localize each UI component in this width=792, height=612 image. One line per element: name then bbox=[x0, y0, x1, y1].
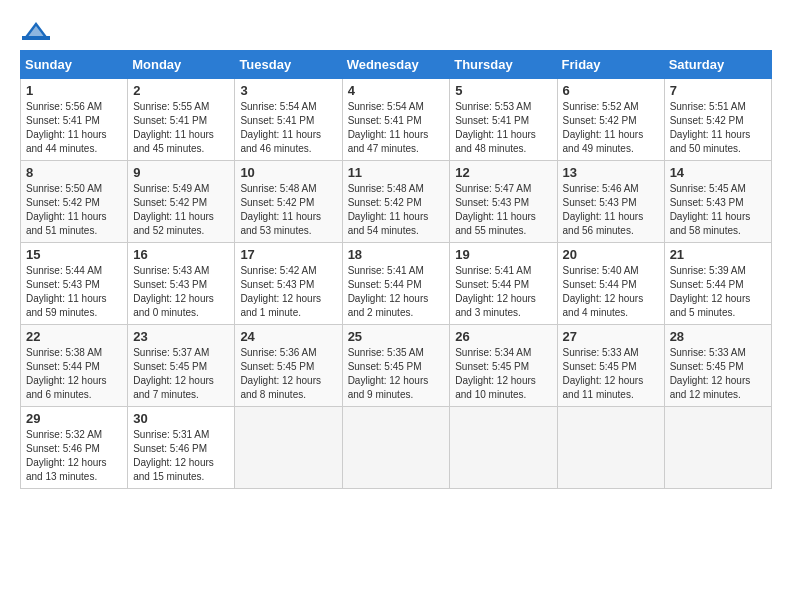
day-info: Sunrise: 5:49 AMSunset: 5:42 PMDaylight:… bbox=[133, 182, 229, 238]
day-info: Sunrise: 5:41 AMSunset: 5:44 PMDaylight:… bbox=[455, 264, 551, 320]
day-info: Sunrise: 5:44 AMSunset: 5:43 PMDaylight:… bbox=[26, 264, 122, 320]
day-number: 26 bbox=[455, 329, 551, 344]
day-info: Sunrise: 5:37 AMSunset: 5:45 PMDaylight:… bbox=[133, 346, 229, 402]
day-info: Sunrise: 5:56 AMSunset: 5:41 PMDaylight:… bbox=[26, 100, 122, 156]
day-number: 15 bbox=[26, 247, 122, 262]
calendar-cell: 16Sunrise: 5:43 AMSunset: 5:43 PMDayligh… bbox=[128, 243, 235, 325]
day-number: 16 bbox=[133, 247, 229, 262]
calendar-cell: 26Sunrise: 5:34 AMSunset: 5:45 PMDayligh… bbox=[450, 325, 557, 407]
day-number: 20 bbox=[563, 247, 659, 262]
calendar-cell: 8Sunrise: 5:50 AMSunset: 5:42 PMDaylight… bbox=[21, 161, 128, 243]
calendar-week-row: 8Sunrise: 5:50 AMSunset: 5:42 PMDaylight… bbox=[21, 161, 772, 243]
day-info: Sunrise: 5:54 AMSunset: 5:41 PMDaylight:… bbox=[348, 100, 445, 156]
day-number: 21 bbox=[670, 247, 766, 262]
calendar-cell: 15Sunrise: 5:44 AMSunset: 5:43 PMDayligh… bbox=[21, 243, 128, 325]
calendar-cell: 24Sunrise: 5:36 AMSunset: 5:45 PMDayligh… bbox=[235, 325, 342, 407]
calendar-header-thursday: Thursday bbox=[450, 51, 557, 79]
day-info: Sunrise: 5:38 AMSunset: 5:44 PMDaylight:… bbox=[26, 346, 122, 402]
calendar-cell bbox=[235, 407, 342, 489]
calendar-cell: 20Sunrise: 5:40 AMSunset: 5:44 PMDayligh… bbox=[557, 243, 664, 325]
day-number: 29 bbox=[26, 411, 122, 426]
day-info: Sunrise: 5:33 AMSunset: 5:45 PMDaylight:… bbox=[670, 346, 766, 402]
day-info: Sunrise: 5:40 AMSunset: 5:44 PMDaylight:… bbox=[563, 264, 659, 320]
logo bbox=[20, 20, 50, 42]
calendar-cell: 11Sunrise: 5:48 AMSunset: 5:42 PMDayligh… bbox=[342, 161, 450, 243]
day-number: 30 bbox=[133, 411, 229, 426]
day-info: Sunrise: 5:33 AMSunset: 5:45 PMDaylight:… bbox=[563, 346, 659, 402]
day-info: Sunrise: 5:46 AMSunset: 5:43 PMDaylight:… bbox=[563, 182, 659, 238]
calendar-header-sunday: Sunday bbox=[21, 51, 128, 79]
calendar-header-row: SundayMondayTuesdayWednesdayThursdayFrid… bbox=[21, 51, 772, 79]
day-info: Sunrise: 5:54 AMSunset: 5:41 PMDaylight:… bbox=[240, 100, 336, 156]
day-info: Sunrise: 5:31 AMSunset: 5:46 PMDaylight:… bbox=[133, 428, 229, 484]
calendar-cell: 28Sunrise: 5:33 AMSunset: 5:45 PMDayligh… bbox=[664, 325, 771, 407]
day-number: 5 bbox=[455, 83, 551, 98]
calendar-cell: 29Sunrise: 5:32 AMSunset: 5:46 PMDayligh… bbox=[21, 407, 128, 489]
day-info: Sunrise: 5:32 AMSunset: 5:46 PMDaylight:… bbox=[26, 428, 122, 484]
calendar-cell: 19Sunrise: 5:41 AMSunset: 5:44 PMDayligh… bbox=[450, 243, 557, 325]
svg-rect-2 bbox=[22, 36, 50, 40]
calendar-header-tuesday: Tuesday bbox=[235, 51, 342, 79]
calendar-week-row: 22Sunrise: 5:38 AMSunset: 5:44 PMDayligh… bbox=[21, 325, 772, 407]
day-number: 11 bbox=[348, 165, 445, 180]
day-number: 3 bbox=[240, 83, 336, 98]
day-info: Sunrise: 5:35 AMSunset: 5:45 PMDaylight:… bbox=[348, 346, 445, 402]
day-number: 14 bbox=[670, 165, 766, 180]
day-info: Sunrise: 5:39 AMSunset: 5:44 PMDaylight:… bbox=[670, 264, 766, 320]
calendar-table: SundayMondayTuesdayWednesdayThursdayFrid… bbox=[20, 50, 772, 489]
day-info: Sunrise: 5:34 AMSunset: 5:45 PMDaylight:… bbox=[455, 346, 551, 402]
day-info: Sunrise: 5:36 AMSunset: 5:45 PMDaylight:… bbox=[240, 346, 336, 402]
calendar-cell: 14Sunrise: 5:45 AMSunset: 5:43 PMDayligh… bbox=[664, 161, 771, 243]
calendar-cell: 13Sunrise: 5:46 AMSunset: 5:43 PMDayligh… bbox=[557, 161, 664, 243]
day-number: 25 bbox=[348, 329, 445, 344]
day-number: 22 bbox=[26, 329, 122, 344]
day-number: 23 bbox=[133, 329, 229, 344]
day-info: Sunrise: 5:45 AMSunset: 5:43 PMDaylight:… bbox=[670, 182, 766, 238]
calendar-cell: 21Sunrise: 5:39 AMSunset: 5:44 PMDayligh… bbox=[664, 243, 771, 325]
day-number: 4 bbox=[348, 83, 445, 98]
day-number: 6 bbox=[563, 83, 659, 98]
day-info: Sunrise: 5:47 AMSunset: 5:43 PMDaylight:… bbox=[455, 182, 551, 238]
calendar-week-row: 15Sunrise: 5:44 AMSunset: 5:43 PMDayligh… bbox=[21, 243, 772, 325]
day-info: Sunrise: 5:50 AMSunset: 5:42 PMDaylight:… bbox=[26, 182, 122, 238]
calendar-cell: 23Sunrise: 5:37 AMSunset: 5:45 PMDayligh… bbox=[128, 325, 235, 407]
calendar-header-friday: Friday bbox=[557, 51, 664, 79]
day-number: 7 bbox=[670, 83, 766, 98]
calendar-cell: 18Sunrise: 5:41 AMSunset: 5:44 PMDayligh… bbox=[342, 243, 450, 325]
day-number: 8 bbox=[26, 165, 122, 180]
day-info: Sunrise: 5:48 AMSunset: 5:42 PMDaylight:… bbox=[348, 182, 445, 238]
calendar-cell: 30Sunrise: 5:31 AMSunset: 5:46 PMDayligh… bbox=[128, 407, 235, 489]
day-number: 9 bbox=[133, 165, 229, 180]
day-info: Sunrise: 5:55 AMSunset: 5:41 PMDaylight:… bbox=[133, 100, 229, 156]
day-number: 10 bbox=[240, 165, 336, 180]
day-info: Sunrise: 5:42 AMSunset: 5:43 PMDaylight:… bbox=[240, 264, 336, 320]
calendar-cell: 7Sunrise: 5:51 AMSunset: 5:42 PMDaylight… bbox=[664, 79, 771, 161]
calendar-cell: 3Sunrise: 5:54 AMSunset: 5:41 PMDaylight… bbox=[235, 79, 342, 161]
day-number: 13 bbox=[563, 165, 659, 180]
day-info: Sunrise: 5:41 AMSunset: 5:44 PMDaylight:… bbox=[348, 264, 445, 320]
calendar-cell bbox=[557, 407, 664, 489]
calendar-cell: 27Sunrise: 5:33 AMSunset: 5:45 PMDayligh… bbox=[557, 325, 664, 407]
calendar-header-wednesday: Wednesday bbox=[342, 51, 450, 79]
calendar-cell: 17Sunrise: 5:42 AMSunset: 5:43 PMDayligh… bbox=[235, 243, 342, 325]
day-info: Sunrise: 5:48 AMSunset: 5:42 PMDaylight:… bbox=[240, 182, 336, 238]
day-number: 28 bbox=[670, 329, 766, 344]
day-number: 2 bbox=[133, 83, 229, 98]
day-number: 1 bbox=[26, 83, 122, 98]
day-number: 18 bbox=[348, 247, 445, 262]
logo-icon bbox=[22, 20, 50, 42]
calendar-cell: 22Sunrise: 5:38 AMSunset: 5:44 PMDayligh… bbox=[21, 325, 128, 407]
calendar-cell: 4Sunrise: 5:54 AMSunset: 5:41 PMDaylight… bbox=[342, 79, 450, 161]
calendar-cell bbox=[450, 407, 557, 489]
calendar-week-row: 1Sunrise: 5:56 AMSunset: 5:41 PMDaylight… bbox=[21, 79, 772, 161]
day-info: Sunrise: 5:43 AMSunset: 5:43 PMDaylight:… bbox=[133, 264, 229, 320]
calendar-cell: 10Sunrise: 5:48 AMSunset: 5:42 PMDayligh… bbox=[235, 161, 342, 243]
calendar-cell: 12Sunrise: 5:47 AMSunset: 5:43 PMDayligh… bbox=[450, 161, 557, 243]
calendar-cell: 1Sunrise: 5:56 AMSunset: 5:41 PMDaylight… bbox=[21, 79, 128, 161]
day-info: Sunrise: 5:51 AMSunset: 5:42 PMDaylight:… bbox=[670, 100, 766, 156]
calendar-header-saturday: Saturday bbox=[664, 51, 771, 79]
calendar-cell bbox=[664, 407, 771, 489]
day-number: 24 bbox=[240, 329, 336, 344]
day-info: Sunrise: 5:52 AMSunset: 5:42 PMDaylight:… bbox=[563, 100, 659, 156]
calendar-cell: 2Sunrise: 5:55 AMSunset: 5:41 PMDaylight… bbox=[128, 79, 235, 161]
